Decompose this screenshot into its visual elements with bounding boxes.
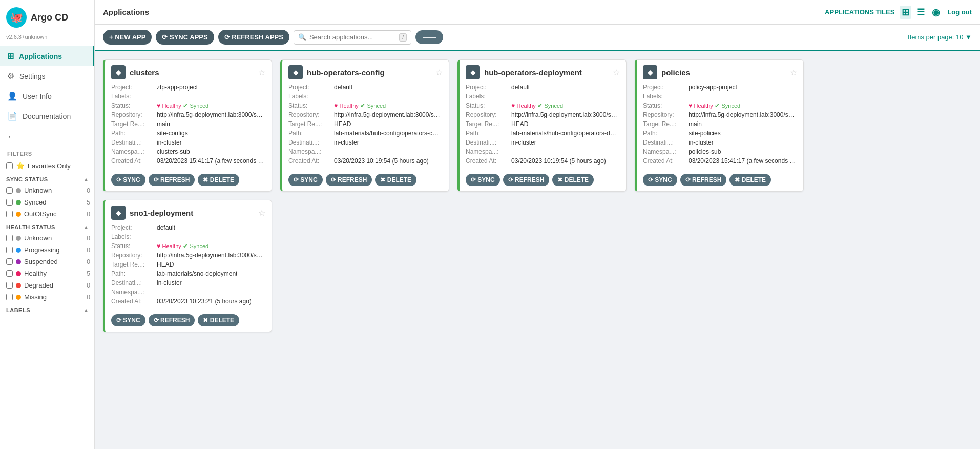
synced-checkbox[interactable] [6,199,13,206]
sync-toggle-icon[interactable]: ▲ [84,176,89,182]
items-per-page[interactable]: Items per page: 10 ▼ [908,33,972,41]
sidebar-item-settings-label: Settings [19,72,46,80]
filter-suspended[interactable]: Suspended 0 [0,256,94,268]
app-labels-row: Labels: [643,92,797,101]
sync-button[interactable]: ⟳ SYNC [288,174,323,186]
filter-button[interactable]: —— [415,30,443,44]
app-target-row: Target Re...: HEAD [288,119,443,129]
filter-missing[interactable]: Missing 0 [0,291,94,303]
sidebar-item-documentation[interactable]: 📄 Documentation [0,106,94,126]
favorite-star[interactable]: ☆ [258,68,265,77]
filter-synced[interactable]: Synced 5 [0,196,94,208]
favorites-checkbox[interactable] [6,162,13,169]
app-namespace-row: Namespa...: [466,147,620,156]
filter-healthy[interactable]: Healthy 5 [0,268,94,279]
app-card-header: ◆ clusters ☆ [105,60,272,83]
sync-button[interactable]: ⟳ SYNC [111,314,145,326]
sidebar-item-applications[interactable]: ⊞ Applications [0,46,94,66]
app-repo-row: Repository: http://infra.5g-deployment.l… [288,110,443,119]
sync-icon: ✔ [183,242,188,250]
refresh-apps-button[interactable]: ⟳ REFRESH APPS [218,30,289,45]
delete-button[interactable]: ✖ DELETE [729,174,771,186]
filter-degraded[interactable]: Degraded 0 [0,279,94,291]
health-toggle-icon[interactable]: ▲ [84,224,89,230]
health-icon: ♥ [689,102,692,109]
app-card-clusters: ◆ clusters ☆ Project: ztp-app-project La… [103,59,272,192]
sidebar-nav: ⊞ Applications ⚙ Settings 👤 User Info 📄 … [0,44,94,128]
health-icon: ♥ [334,102,338,109]
unknown-health-checkbox[interactable] [6,235,13,241]
app-repo-row: Repository: http://infra.5g-deployment.l… [111,110,265,119]
labels-toggle-icon[interactable]: ▲ [84,307,89,313]
health-icon: ♥ [157,242,160,250]
tiles-view-icon[interactable]: ⊞ [900,6,911,19]
sync-icon: ✔ [183,102,188,109]
app-path-row: Path: site-configs [111,129,265,138]
back-button[interactable]: ← [0,128,94,146]
suspended-checkbox[interactable] [6,258,13,265]
app-namespace-row: Namespa...: [288,147,443,156]
sidebar-item-user-info[interactable]: 👤 User Info [0,86,94,106]
degraded-checkbox[interactable] [6,282,13,289]
logo-area: 🐙 Argo CD [0,0,94,33]
app-card-body: Project: default Labels: Status: ♥ Healt… [105,223,272,310]
list-view-icon[interactable]: ☰ [914,6,927,19]
app-card-hub-operators-config: ◆ hub-operators-config ☆ Project: defaul… [280,59,449,192]
main-content: Applications APPLICATIONS TILES ⊞ ☰ ◉ Lo… [95,0,980,449]
app-created-row: Created At: 03/20/2023 10:19:54 (5 hours… [288,156,443,166]
logout-button[interactable]: Log out [947,8,972,16]
favorite-star[interactable]: ☆ [258,208,265,218]
sync-button[interactable]: ⟳ SYNC [643,174,677,186]
app-dest-row: Destinati...: in-cluster [288,138,443,147]
filter-unknown-health[interactable]: Unknown 0 [0,232,94,244]
sync-icon: ✔ [360,102,365,109]
filter-progressing[interactable]: Progressing 0 [0,244,94,256]
app-target-row: Target Re...: HEAD [466,119,620,129]
sync-button[interactable]: ⟳ SYNC [466,174,500,186]
progressing-checkbox[interactable] [6,247,13,253]
app-created-row: Created At: 03/20/2023 10:19:54 (5 hours… [466,156,620,166]
unknown-sync-checkbox[interactable] [6,187,13,194]
sync-icon: ✔ [715,102,720,109]
filter-unknown-sync[interactable]: Unknown 0 [0,185,94,196]
sync-button[interactable]: ⟳ SYNC [111,174,145,186]
favorite-star[interactable]: ☆ [790,68,797,77]
favorites-label: Favorites Only [28,162,71,170]
favorite-star[interactable]: ☆ [435,68,443,77]
app-card-footer: ⟳ SYNC ⟳ REFRESH ✖ DELETE [282,170,449,191]
missing-checkbox[interactable] [6,294,13,300]
app-icon: ◆ [643,65,657,79]
health-label: Healthy [162,243,181,249]
app-labels-row: Labels: [466,92,620,101]
delete-button[interactable]: ✖ DELETE [198,314,239,326]
unknown-sync-dot [16,188,21,193]
app-project-row: Project: ztp-app-project [111,83,265,92]
favorite-star[interactable]: ☆ [613,68,620,77]
refresh-button[interactable]: ⟳ REFRESH [149,314,195,326]
refresh-button[interactable]: ⟳ REFRESH [680,174,727,186]
degraded-dot [16,283,21,288]
refresh-button[interactable]: ⟳ REFRESH [326,174,372,186]
sidebar-item-settings[interactable]: ⚙ Settings [0,66,94,86]
delete-button[interactable]: ✖ DELETE [552,174,594,186]
search-input[interactable] [309,33,396,41]
app-card-footer: ⟳ SYNC ⟳ REFRESH ✖ DELETE [105,310,272,332]
logo-text: Argo CD [31,12,68,23]
search-icon: 🔍 [298,33,306,41]
tree-view-icon[interactable]: ◉ [930,6,942,19]
delete-button[interactable]: ✖ DELETE [198,174,239,186]
refresh-button[interactable]: ⟳ REFRESH [149,174,195,186]
refresh-button[interactable]: ⟳ REFRESH [503,174,550,186]
app-grid: ◆ clusters ☆ Project: ztp-app-project La… [95,51,980,449]
app-repo-row: Repository: http://infra.5g-deployment.l… [643,110,797,119]
app-card-body: Project: ztp-app-project Labels: Status:… [105,83,272,170]
delete-button[interactable]: ✖ DELETE [375,174,416,186]
health-status-header: HEALTH STATUS ▲ [0,220,94,232]
outofsync-checkbox[interactable] [6,211,13,217]
sync-apps-button[interactable]: ⟳ SYNC APPS [156,30,214,45]
favorites-only-filter[interactable]: ⭐ Favorites Only [0,159,94,172]
new-app-button[interactable]: + NEW APP [103,30,152,45]
filter-outofsync[interactable]: OutOfSync 0 [0,208,94,220]
app-namespace-row: Namespa...: [111,288,265,297]
healthy-checkbox[interactable] [6,270,13,277]
